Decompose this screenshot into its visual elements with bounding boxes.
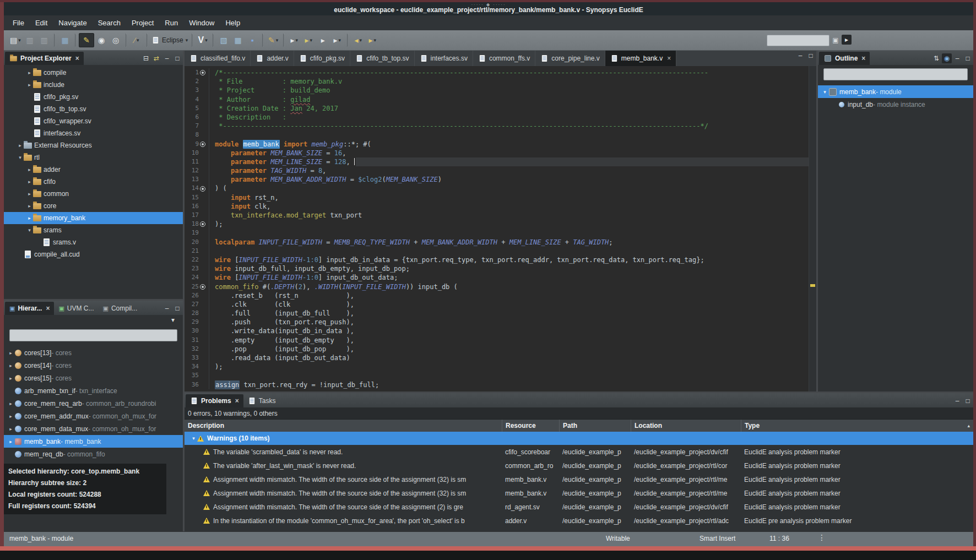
sort-arrow-icon[interactable]: ▴ bbox=[967, 423, 970, 428]
collapse-all-button[interactable]: ⊟ bbox=[141, 53, 151, 63]
close-icon[interactable]: × bbox=[46, 305, 50, 312]
fold-toggle[interactable] bbox=[199, 221, 207, 227]
column-header-description[interactable]: Description bbox=[185, 420, 502, 432]
code-line-29[interactable]: 29 .push (txn_port.req_push), bbox=[185, 318, 809, 327]
status-cursor-position[interactable]: 11 : 36 bbox=[769, 535, 789, 542]
tree-item-cfifo[interactable]: ▸cfifo bbox=[4, 176, 183, 188]
debug-button[interactable]: ▸▾ bbox=[301, 34, 316, 47]
tree-item-cores[13][interactable]: ▸cores[13] - cores bbox=[4, 346, 183, 359]
editor-tab-cfifo_pkg.sv[interactable]: cfifo_pkg.sv bbox=[294, 51, 350, 66]
coverage-button[interactable]: ▸▾ bbox=[330, 34, 344, 47]
overview-ruler[interactable] bbox=[809, 66, 816, 392]
tree-item-memory_bank[interactable]: ▸memory_bank bbox=[4, 212, 183, 224]
maximize-button[interactable]: □ bbox=[172, 53, 182, 63]
open-perspective-button[interactable]: ▸ bbox=[842, 35, 852, 45]
problem-row[interactable]: The variable 'after_last_win_mask' is ne… bbox=[185, 459, 973, 472]
close-icon[interactable]: × bbox=[861, 55, 865, 62]
hierarchy-filter-input[interactable] bbox=[9, 329, 177, 341]
tree-item-cfifo_tb_top.sv[interactable]: cfifo_tb_top.sv bbox=[4, 103, 183, 115]
tree-item-compile[interactable]: ▸compile bbox=[4, 67, 183, 79]
save-all-button[interactable]: ▥ bbox=[37, 34, 51, 47]
code-line-20[interactable]: 20localparam INPUT_FILE_WIDTH = MEMB_REQ… bbox=[185, 238, 809, 247]
minimize-button[interactable]: ‒ bbox=[795, 51, 805, 61]
search-button[interactable]: ▣ bbox=[831, 35, 841, 45]
tree-item-rtl[interactable]: ▾rtl bbox=[4, 151, 183, 164]
eclipse-launcher-button[interactable]: Eclipse▾ bbox=[150, 34, 189, 47]
close-icon[interactable]: × bbox=[667, 55, 671, 62]
maximize-button[interactable]: □ bbox=[963, 53, 973, 63]
tree-item-cfifo_pkg.sv[interactable]: cfifo_pkg.sv bbox=[4, 91, 183, 103]
code-line-13[interactable]: 13 parameter MEM_BANK_ADDR_WIDTH = $clog… bbox=[185, 175, 809, 184]
fold-toggle[interactable] bbox=[199, 284, 207, 290]
code-line-15[interactable]: 15 input rst_n, bbox=[185, 193, 809, 202]
column-header-resource[interactable]: Resource bbox=[502, 420, 559, 432]
column-header-location[interactable]: Location bbox=[631, 420, 741, 432]
code-line-16[interactable]: 16 input clk, bbox=[185, 202, 809, 211]
tree-item-arb_memb_txn_if[interactable]: arb_memb_txn_if - txn_interface bbox=[4, 384, 183, 397]
problem-row[interactable]: The variable 'scrambled_data' is never r… bbox=[185, 445, 973, 459]
code-line-10[interactable]: 10 parameter MEM_BANK_SIZE = 16, bbox=[185, 149, 809, 157]
zoom-out-button[interactable]: ◎ bbox=[109, 34, 123, 47]
tree-item-include[interactable]: ▸include bbox=[4, 79, 183, 91]
forward-button[interactable]: ▸▾ bbox=[365, 34, 379, 47]
sort-button[interactable]: ⇅ bbox=[931, 53, 941, 63]
tab-compil[interactable]: ▣Compil... bbox=[99, 302, 142, 315]
back-button[interactable]: ◂▾ bbox=[351, 34, 365, 47]
code-line-18[interactable]: 18); bbox=[185, 220, 809, 229]
problem-row[interactable]: In the instantiation of the module 'comm… bbox=[185, 514, 973, 528]
tab-project-explorer[interactable]: Project Explorer × bbox=[5, 52, 84, 65]
fold-toggle[interactable] bbox=[199, 186, 207, 192]
maximize-button[interactable]: □ bbox=[172, 303, 182, 313]
save-button[interactable]: ▥ bbox=[23, 34, 37, 47]
menu-run[interactable]: Run bbox=[159, 17, 183, 29]
menu-search[interactable]: Search bbox=[93, 17, 126, 29]
open-element-button[interactable]: ▧ bbox=[216, 34, 231, 47]
outline-filter-input[interactable] bbox=[823, 68, 968, 80]
code-line-9[interactable]: 9module memb_bank import memb_pkg::*; #( bbox=[185, 140, 809, 149]
code-line-2[interactable]: 2 * File : memory_bank.v bbox=[185, 77, 809, 86]
warnings-group-row[interactable]: ▾ Warnings (10 items) bbox=[185, 432, 973, 445]
link-with-editor-button[interactable]: ◉ bbox=[942, 53, 952, 63]
annotate-button[interactable]: ✎▾ bbox=[266, 34, 280, 47]
code-line-8[interactable]: 8 bbox=[185, 131, 809, 139]
warning-marker[interactable] bbox=[810, 284, 815, 287]
code-line-23[interactable]: 23wire input_db_full, input_db_empty, in… bbox=[185, 264, 809, 273]
minimize-button[interactable]: ‒ bbox=[162, 303, 172, 313]
zoom-in-button[interactable]: ◉ bbox=[94, 34, 109, 47]
code-line-36[interactable]: 36assign txn_port.req_rdy = !input_db_fu… bbox=[185, 380, 809, 389]
toggle-mark-button[interactable]: ▪ bbox=[245, 34, 259, 47]
minimize-button[interactable]: ‒ bbox=[952, 53, 962, 63]
code-line-27[interactable]: 27 .clk (clk ), bbox=[185, 300, 809, 309]
verilog-menu-button[interactable]: V▾ bbox=[196, 34, 210, 47]
title-bar[interactable]: ····· ◆ ····· euclide_workspace - euclid… bbox=[4, 2, 973, 15]
column-header-type[interactable]: Type bbox=[741, 420, 973, 432]
code-line-6[interactable]: 6 * Description : bbox=[185, 113, 809, 122]
build-tools-button[interactable]: ∕▾ bbox=[129, 34, 144, 47]
code-line-12[interactable]: 12 parameter TAG_WIDTH = 8, bbox=[185, 166, 809, 175]
menu-file[interactable]: File bbox=[7, 17, 30, 29]
link-with-editor-button[interactable]: ⇄ bbox=[151, 53, 161, 63]
external-tools-button[interactable]: ▸ bbox=[316, 34, 330, 47]
menu-edit[interactable]: Edit bbox=[30, 17, 53, 29]
fold-toggle[interactable] bbox=[199, 70, 207, 75]
tree-item-memb_bank[interactable]: ▸memb_bank - memb_bank bbox=[4, 435, 183, 448]
close-icon[interactable]: × bbox=[235, 397, 239, 405]
code-line-31[interactable]: 31 .empty (input_db_empty ), bbox=[185, 336, 809, 345]
tree-item-mem_req_db[interactable]: mem_req_db - common_fifo bbox=[4, 448, 183, 460]
tab-hierar[interactable]: ▣Hierar...× bbox=[5, 302, 54, 315]
code-line-28[interactable]: 28 .full (input_db_full ), bbox=[185, 309, 809, 318]
editor-tab-common_ffs.v[interactable]: common_ffs.v bbox=[473, 51, 535, 66]
view-menu-button[interactable]: ▾ bbox=[168, 315, 178, 325]
tree-item-adder[interactable]: ▸adder bbox=[4, 164, 183, 176]
problem-row[interactable]: Assignment width mismatch. The width of … bbox=[185, 500, 973, 514]
editor-tab-adder.v[interactable]: adder.v bbox=[251, 51, 294, 66]
tab-problems[interactable]: Problems× bbox=[186, 394, 243, 407]
menu-project[interactable]: Project bbox=[126, 17, 159, 29]
run-button[interactable]: ▸▾ bbox=[287, 34, 301, 47]
tree-item-srams[interactable]: ▾srams bbox=[4, 224, 183, 236]
tree-item-interfaces.sv[interactable]: interfaces.sv bbox=[4, 127, 183, 139]
code-line-30[interactable]: 30 .write_data(input_db_in_data ), bbox=[185, 327, 809, 335]
code-line-14[interactable]: 14) ( bbox=[185, 184, 809, 193]
tree-item-common[interactable]: ▸common bbox=[4, 188, 183, 200]
code-line-19[interactable]: 19 bbox=[185, 229, 809, 237]
